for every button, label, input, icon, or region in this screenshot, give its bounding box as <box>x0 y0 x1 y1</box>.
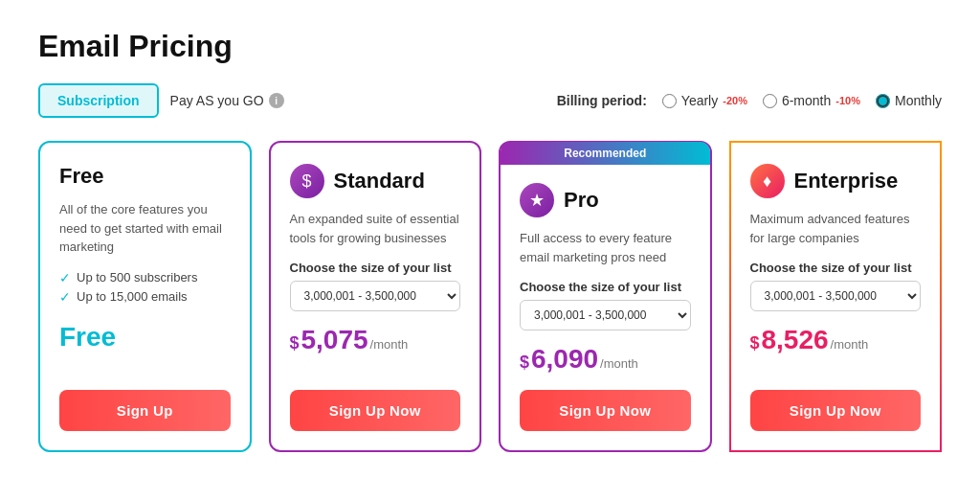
standard-signup-button[interactable]: Sign Up Now <box>290 390 461 431</box>
card-free-features: ✓ Up to 500 subscribers ✓ Up to 15,000 e… <box>59 270 231 308</box>
card-pro-header: ★ Pro <box>520 183 691 217</box>
pro-signup-button[interactable]: Sign Up Now <box>520 390 691 431</box>
card-standard-header: $ Standard <box>290 164 461 198</box>
card-pro: Recommended ★ Pro Full access to every f… <box>499 141 712 452</box>
free-price-label: Free <box>59 322 116 352</box>
card-free-header: Free <box>59 164 231 189</box>
enterprise-list-select[interactable]: 3,000,001 - 3,500,000 <box>750 281 922 311</box>
pro-price-amount: $ 6,090 /month <box>520 344 691 375</box>
enterprise-signup-button[interactable]: Sign Up Now <box>750 390 922 431</box>
billing-yearly-discount: -20% <box>723 95 747 106</box>
standard-list-label: Choose the size of your list <box>290 261 461 275</box>
standard-price-amount: $ 5,075 /month <box>290 325 461 355</box>
pro-list-label: Choose the size of your list <box>520 280 691 294</box>
billing-label: Billing period: <box>557 93 647 108</box>
check-icon: ✓ <box>59 289 71 305</box>
card-enterprise-header: ♦ Enterprise <box>750 164 922 198</box>
standard-currency: $ <box>290 333 300 353</box>
enterprise-price-number: 8,526 <box>762 325 829 355</box>
feature-text: Up to 15,000 emails <box>77 289 188 304</box>
page-title: Email Pricing <box>38 29 942 64</box>
top-controls: Subscription Pay AS you GO i Billing per… <box>38 83 942 118</box>
card-enterprise-description: Maximum advanced features for large comp… <box>750 210 922 247</box>
subscription-tab[interactable]: Subscription <box>38 83 159 118</box>
enterprise-icon: ♦ <box>750 164 785 198</box>
billing-6month-discount: -10% <box>835 95 860 106</box>
billing-option-6month[interactable]: 6-month -10% <box>763 93 860 108</box>
card-standard-description: An expanded suite of essential tools for… <box>290 210 461 247</box>
billing-radio-6month[interactable] <box>763 94 777 108</box>
check-icon: ✓ <box>59 270 71 285</box>
recommended-badge: Recommended <box>501 142 710 165</box>
feature-item: ✓ Up to 500 subscribers <box>59 270 231 285</box>
enterprise-list-label: Choose the size of your list <box>750 261 922 275</box>
free-signup-button[interactable]: Sign Up <box>59 390 231 431</box>
billing-radio-monthly[interactable] <box>876 94 890 108</box>
card-standard: $ Standard An expanded suite of essentia… <box>269 141 482 452</box>
pro-price-block: $ 6,090 /month <box>520 344 691 375</box>
billing-radio-yearly[interactable] <box>662 94 677 108</box>
standard-icon: $ <box>290 164 324 198</box>
billing-option-monthly[interactable]: Monthly <box>876 93 942 108</box>
enterprise-price-block: $ 8,526 /month <box>750 325 922 355</box>
feature-item: ✓ Up to 15,000 emails <box>59 289 231 305</box>
enterprise-currency: $ <box>750 333 760 353</box>
standard-price-number: 5,075 <box>301 325 368 355</box>
pro-icon: ★ <box>520 183 554 217</box>
standard-price-period: /month <box>370 337 409 352</box>
pro-price-number: 6,090 <box>531 344 598 375</box>
cards-container: Free All of the core features you need t… <box>38 141 942 452</box>
billing-option-yearly[interactable]: Yearly -20% <box>662 93 747 108</box>
free-price-block: Free <box>59 322 231 353</box>
billing-monthly-label: Monthly <box>895 93 942 108</box>
card-pro-description: Full access to every feature email marke… <box>520 229 691 266</box>
page-container: Email Pricing Subscription Pay AS you GO… <box>0 0 980 501</box>
billing-period-group: Billing period: Yearly -20% 6-month -10%… <box>557 93 942 108</box>
standard-list-select[interactable]: 3,000,001 - 3,500,000 <box>290 281 461 311</box>
billing-6month-label: 6-month <box>782 93 831 108</box>
pro-price-period: /month <box>600 356 638 371</box>
pro-list-select[interactable]: 3,000,001 - 3,500,000 <box>520 300 691 330</box>
pro-currency: $ <box>520 353 529 373</box>
card-free-description: All of the core features you need to get… <box>59 200 231 257</box>
card-standard-title: Standard <box>334 169 425 194</box>
standard-price-block: $ 5,075 /month <box>290 325 461 355</box>
card-free: Free All of the core features you need t… <box>38 141 252 452</box>
feature-text: Up to 500 subscribers <box>77 270 197 285</box>
subscription-toggle: Subscription Pay AS you GO i <box>38 83 284 118</box>
card-free-title: Free <box>59 164 103 189</box>
pay-as-go-tab[interactable]: Pay AS you GO i <box>170 93 284 108</box>
card-pro-title: Pro <box>564 188 599 213</box>
card-enterprise: ♦ Enterprise Maximum advanced features f… <box>729 141 943 452</box>
billing-yearly-label: Yearly <box>681 93 718 108</box>
enterprise-price-amount: $ 8,526 /month <box>750 325 922 355</box>
info-icon: i <box>269 93 284 108</box>
enterprise-price-period: /month <box>831 337 869 352</box>
card-enterprise-title: Enterprise <box>794 169 899 194</box>
